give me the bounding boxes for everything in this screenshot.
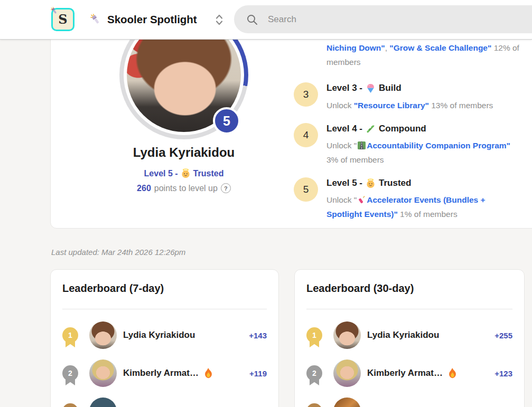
- profile-level-label: Trusted: [193, 169, 224, 178]
- leaderboard-row[interactable]: 2 Kimberly Armat… +119: [62, 354, 267, 392]
- level-5-unlock: Unlock "Accelerator Events (Bundles + Sp…: [326, 193, 532, 221]
- points-gained: +123: [494, 369, 512, 378]
- search-icon: [246, 13, 258, 26]
- level2-link-b[interactable]: "Grow & Scale Challenge": [389, 43, 491, 52]
- level-3-unlock: Unlock "Resource Library" 13% of members: [326, 98, 532, 112]
- leaderboard-7day-rows: 1 Lydia Kyriakidou +143 2 Kimberly Armat…: [62, 316, 267, 407]
- community-switcher[interactable]: Skooler Spotlight: [90, 0, 223, 39]
- community-logo[interactable]: S: [51, 8, 74, 31]
- member-name[interactable]: Lydia Kyriakidou: [367, 330, 439, 340]
- level-4-number: 4: [294, 123, 318, 147]
- last-updated-text: Last updated: Mar 24th 2026 12:26pm: [51, 248, 185, 257]
- level-3-prefix: Level 3 -: [326, 83, 362, 93]
- divider: [306, 309, 512, 309]
- level-5-prefix: Level 5 -: [326, 178, 362, 188]
- profile-level-line: Level 5 - Trusted: [78, 168, 290, 178]
- leaderboard-row[interactable]: 2 Kimberly Armat… +123: [306, 354, 512, 392]
- points-gained: +143: [249, 331, 267, 340]
- level-4-stat: 3% of members: [326, 155, 384, 164]
- points-label: points to level up: [154, 184, 218, 193]
- top-bar: S Skool: [0, 0, 532, 40]
- level-badge: 5: [213, 107, 240, 135]
- baby-angel-icon: [366, 178, 376, 188]
- member-name-text: Kimberly Armat…: [123, 368, 199, 378]
- rank-medal: 1: [62, 327, 78, 343]
- member-name[interactable]: Kimberly Armat…: [367, 367, 458, 380]
- member-name-text: Lydia Kyriakidou: [367, 330, 439, 340]
- help-icon[interactable]: [221, 183, 231, 193]
- level-5-label: Trusted: [379, 178, 411, 188]
- rank-number: 2: [68, 369, 72, 377]
- avatar[interactable]: [333, 397, 361, 407]
- level2-link-a[interactable]: Niching Down": [326, 43, 385, 52]
- level-5-unlock-prefix: Unlock ": [326, 195, 357, 204]
- level-4-unlock-prefix: Unlock ": [326, 141, 357, 150]
- herb-icon: [366, 124, 376, 134]
- level-3-label: Build: [379, 83, 402, 93]
- points-gained: +119: [249, 369, 267, 378]
- search-input[interactable]: [267, 14, 470, 25]
- rank-medal: 2: [62, 365, 78, 381]
- divider: [62, 309, 267, 309]
- level2-stat: 12% of: [491, 43, 519, 52]
- level-4-unlock: Unlock "Accountability Companion Program…: [326, 138, 532, 167]
- flashlight-icon: [50, 7, 59, 15]
- level-5-number: 5: [294, 177, 318, 202]
- leaderboard-30day-card: Leaderboard (30-day) 1 Lydia Kyriakidou …: [294, 269, 525, 407]
- level-3-title: Level 3 - Build: [326, 83, 532, 93]
- leaderboard-7day-card: Leaderboard (7-day) 1 Lydia Kyriakidou +…: [50, 269, 279, 407]
- level-5-link[interactable]: Accelerator Events (Bundles +: [367, 195, 485, 204]
- search-bar[interactable]: [234, 5, 532, 33]
- avatar[interactable]: [89, 397, 117, 407]
- member-name-text: Lydia Kyriakidou: [123, 330, 195, 340]
- profile-level-prefix: Level 5 -: [144, 169, 178, 178]
- points-gained: +255: [494, 331, 512, 340]
- rank-medal: [62, 403, 78, 407]
- leaderboard-7day-title: Leaderboard (7-day): [62, 282, 164, 295]
- profile-name: Lydia Kyriakidou: [78, 145, 290, 160]
- leaderboard-row[interactable]: [306, 392, 512, 407]
- level-4-prefix: Level 4 -: [326, 124, 362, 134]
- level-4-label: Compound: [379, 124, 426, 134]
- rank-medal: 2: [306, 365, 322, 381]
- motorway-icon: [358, 141, 366, 149]
- logo-letter: S: [58, 13, 67, 26]
- community-name: Skooler Spotlight: [107, 13, 197, 26]
- avatar[interactable]: [89, 321, 117, 349]
- fire-icon: [203, 367, 214, 380]
- level-5-title: Level 5 - Trusted: [326, 178, 532, 188]
- leaderboard-30day-rows: 1 Lydia Kyriakidou +255 2 Kimberly Armat…: [306, 316, 512, 407]
- fire-icon: [447, 367, 458, 380]
- leaderboard-row[interactable]: 1 Lydia Kyriakidou +143: [62, 316, 267, 354]
- firecracker-icon: [358, 196, 366, 204]
- member-name-text: Kimberly Armat…: [367, 368, 443, 378]
- rank-medal: 1: [306, 327, 322, 343]
- avatar[interactable]: [333, 321, 361, 349]
- chevron-updown-icon[interactable]: [215, 13, 223, 26]
- level-3-link[interactable]: "Resource Library": [354, 101, 429, 110]
- level-3-stat: 13% of members: [429, 101, 493, 110]
- leaderboard-row[interactable]: [62, 392, 267, 407]
- points-to-level-up: 260 points to level up: [78, 183, 290, 193]
- member-name[interactable]: Kimberly Armat…: [123, 367, 214, 380]
- avatar[interactable]: [333, 359, 361, 387]
- level-4-link[interactable]: Accountability Companion Program": [367, 141, 510, 150]
- member-name[interactable]: Lydia Kyriakidou: [123, 330, 195, 340]
- flashlight-icon: [90, 14, 102, 26]
- avatar[interactable]: [89, 359, 117, 387]
- rank-number: 2: [312, 369, 316, 377]
- level-4-title: Level 4 - Compound: [326, 124, 532, 134]
- level-5-stat: 1% of members: [398, 210, 458, 219]
- level-3-number: 3: [294, 82, 318, 107]
- app-window: 5 Lydia Kyriakidou Level 5 - Trusted 260…: [0, 0, 532, 407]
- rank-number: 1: [68, 331, 72, 339]
- level2-unlock-partial: Niching Down", "Grow & Scale Challenge" …: [326, 41, 532, 69]
- shaved-ice-icon: [366, 83, 376, 93]
- baby-angel-icon: [181, 168, 191, 178]
- level2-stat-wrap: members: [326, 58, 361, 67]
- leaderboard-row[interactable]: 1 Lydia Kyriakidou +255: [306, 316, 512, 354]
- leaderboard-30day-title: Leaderboard (30-day): [306, 282, 414, 295]
- points-value: 260: [137, 184, 151, 193]
- level-5-link-wrap[interactable]: Spotlight Events)": [326, 210, 398, 219]
- level-3-unlock-prefix: Unlock: [326, 101, 354, 110]
